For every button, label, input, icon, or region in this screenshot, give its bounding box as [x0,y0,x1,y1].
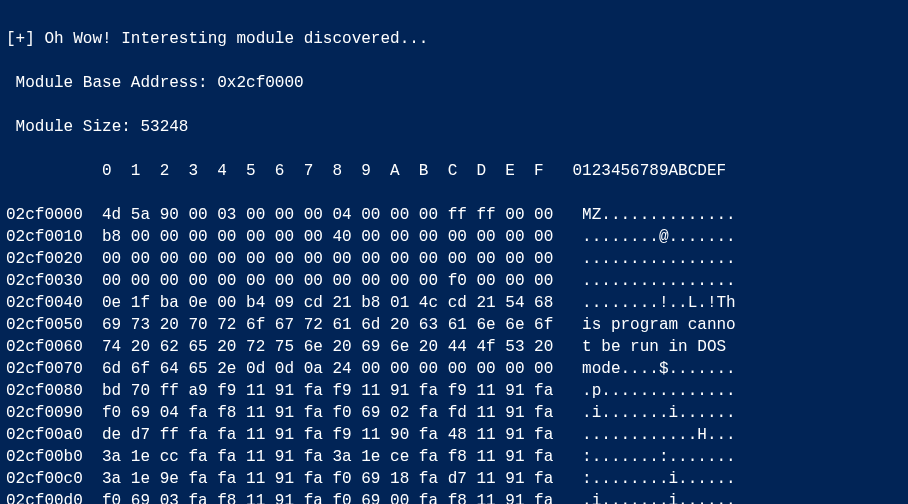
ascii-cols: 0123456789ABCDEF [573,162,727,180]
hex-row: 02cf0070 6d 6f 64 65 2e 0d 0d 0a 24 00 0… [6,358,908,380]
hex-row: 02cf0010 b8 00 00 00 00 00 00 00 40 00 0… [6,226,908,248]
module-size-line: Module Size: 53248 [6,116,908,138]
hex-row: 02cf00d0 f0 69 03 fa f8 11 91 fa f0 69 0… [6,490,908,504]
hex-row: 02cf0000 4d 5a 90 00 03 00 00 00 04 00 0… [6,204,908,226]
module-base-label: Module Base Address: [16,74,208,92]
hex-row: 02cf0090 f0 69 04 fa f8 11 91 fa f0 69 0… [6,402,908,424]
module-size-label: Module Size: [16,118,131,136]
hex-row: 02cf0020 00 00 00 00 00 00 00 00 00 00 0… [6,248,908,270]
discovery-text: [+] Oh Wow! Interesting module discovere… [6,30,428,48]
hex-row: 02cf00b0 3a 1e cc fa fa 11 91 fa 3a 1e c… [6,446,908,468]
hex-row: 02cf0080 bd 70 ff a9 f9 11 91 fa f9 11 9… [6,380,908,402]
hex-row: 02cf00a0 de d7 ff fa fa 11 91 fa f9 11 9… [6,424,908,446]
module-base-line: Module Base Address: 0x2cf0000 [6,72,908,94]
hex-dump-body: 02cf0000 4d 5a 90 00 03 00 00 00 04 00 0… [6,204,908,504]
hex-cols: 0 1 2 3 4 5 6 7 8 9 A B C D E F [102,162,544,180]
hex-row: 02cf0030 00 00 00 00 00 00 00 00 00 00 0… [6,270,908,292]
hex-column-header: 0 1 2 3 4 5 6 7 8 9 A B C D E F 01234567… [6,160,908,182]
discovery-line: [+] Oh Wow! Interesting module discovere… [6,28,908,50]
hex-row: 02cf0040 0e 1f ba 0e 00 b4 09 cd 21 b8 0… [6,292,908,314]
hex-row: 02cf0060 74 20 62 65 20 72 75 6e 20 69 6… [6,336,908,358]
module-size-value: 53248 [140,118,188,136]
hex-row: 02cf00c0 3a 1e 9e fa fa 11 91 fa f0 69 1… [6,468,908,490]
terminal-output: [+] Oh Wow! Interesting module discovere… [0,0,908,504]
module-base-value: 0x2cf0000 [217,74,303,92]
hex-row: 02cf0050 69 73 20 70 72 6f 67 72 61 6d 2… [6,314,908,336]
